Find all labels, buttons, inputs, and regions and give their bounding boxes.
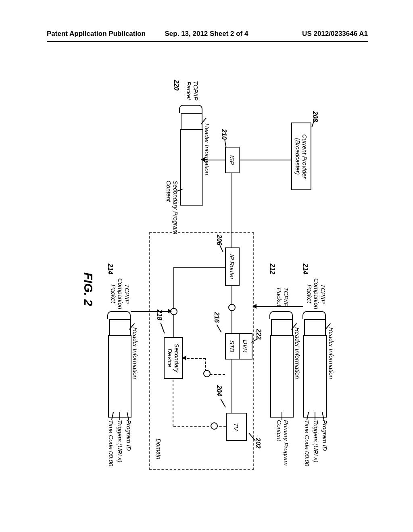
- secondary-device-box: Secondary Device: [164, 337, 183, 379]
- figure-label: FIG. 2: [81, 272, 95, 306]
- stb-box: STB: [225, 333, 240, 360]
- packet-214-header-label: Header Information: [328, 327, 335, 379]
- ref-214a: 214: [302, 264, 309, 274]
- packet-220-payload-label: Secondary Program Content: [165, 181, 179, 234]
- packet-214b-field-timecode: Time Code 00:00: [108, 420, 115, 466]
- figure-2-diagram: Domain Current Provider (Broadcaster) 20…: [81, 87, 332, 490]
- packet-primary: [271, 319, 293, 417]
- ref-212: 212: [269, 264, 276, 274]
- packet-companion-top: [304, 319, 326, 417]
- packet-212-header-label: Header Information: [294, 327, 301, 379]
- packet-220-header-label: Header Information: [204, 123, 211, 175]
- packet-214-field-timecode: Time Code 00:00: [304, 420, 311, 466]
- packet-companion-bottom: [109, 319, 131, 417]
- packet-214-field-triggers: Triggers (URLs): [313, 420, 319, 463]
- ref-216: 216: [213, 312, 220, 323]
- header-rule: [47, 41, 368, 42]
- packet-220-brace-label: TCP/IP Packet: [186, 77, 199, 105]
- ref-222: 222: [255, 329, 262, 340]
- page-header: Patent Application Publication Sep. 13, …: [0, 30, 413, 41]
- packet-214-brace-label: TCP/IP Companion Packet: [306, 276, 327, 311]
- ip-router-box: IP Router: [225, 247, 240, 286]
- ref-206: 206: [215, 235, 223, 245]
- packet-212-brace-label: TCP/IP Packet: [276, 283, 290, 311]
- packet-214b-brace-label: TCP/IP Companion Packet: [110, 276, 131, 311]
- ref-204: 204: [215, 385, 223, 396]
- ref-202: 202: [254, 438, 261, 449]
- ref-208: 208: [311, 111, 319, 122]
- dvr-box: DVR: [239, 333, 252, 360]
- ref-220: 220: [173, 80, 180, 91]
- packet-214b-field-triggers: Triggers (URLs): [117, 420, 123, 463]
- isp-box: ISP: [225, 147, 240, 173]
- packet-212-payload-label: Primary Program Content: [276, 420, 290, 466]
- header-right-text: US 2012/0233646 A1: [302, 30, 368, 38]
- packet-214b-header-label: Header Information: [132, 327, 139, 379]
- current-provider-box: Current Provider (Broadcaster): [291, 123, 311, 190]
- ref-210: 210: [220, 129, 227, 140]
- packet-214-field-programid: Program ID: [321, 420, 328, 451]
- tv-box: TV: [226, 413, 247, 441]
- ref-214b: 214: [106, 264, 114, 274]
- domain-label: Domain: [155, 438, 162, 459]
- packet-214b-field-programid: Program ID: [125, 420, 132, 451]
- packet-secondary: [181, 113, 202, 205]
